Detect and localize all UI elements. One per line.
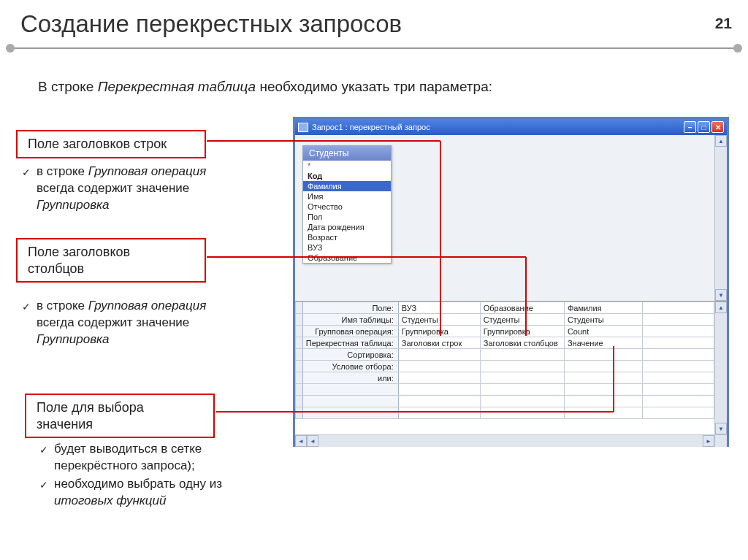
row-selector[interactable] <box>296 384 303 396</box>
grid-cell[interactable] <box>398 372 480 384</box>
grid-cell[interactable]: Count <box>564 326 642 337</box>
grid-cell[interactable]: Студенты <box>564 314 642 326</box>
tables-pane: Студенты *КодФамилияИмяОтчествоПолДата р… <box>295 135 727 302</box>
grid-cell[interactable] <box>480 384 564 396</box>
grid-cell-empty[interactable] <box>642 337 714 349</box>
field-item[interactable]: Отчество <box>303 202 391 212</box>
grid-row-label <box>302 396 398 407</box>
title-divider <box>6 47 742 49</box>
grid-cell[interactable] <box>480 349 564 361</box>
grid-cell[interactable]: Заголовки строк <box>398 337 480 349</box>
grid-row-label: или: <box>302 372 398 384</box>
field-item[interactable]: ВУЗ <box>303 242 391 253</box>
field-item[interactable]: Код <box>303 171 391 181</box>
grid-row-label <box>302 384 398 396</box>
bullet-cols-note: ✓ в строке Групповая операция всегда сод… <box>22 298 270 350</box>
grid-cell-empty[interactable] <box>642 361 714 372</box>
row-selector[interactable] <box>296 372 303 384</box>
grid-cell[interactable] <box>564 384 642 396</box>
row-selector[interactable] <box>296 396 303 407</box>
grid-cell[interactable] <box>564 361 642 372</box>
minimize-button[interactable]: – <box>684 121 696 133</box>
grid-cell[interactable]: Значение <box>564 337 642 349</box>
scroll-down-icon[interactable]: ▼ <box>715 289 727 301</box>
window-titlebar[interactable]: Запрос1 : перекрестный запрос – □ ✕ <box>295 119 727 135</box>
row-selector[interactable] <box>296 326 303 337</box>
scroll-down-icon[interactable]: ▼ <box>715 423 727 434</box>
grid-cell[interactable] <box>398 361 480 372</box>
scroll-right-icon[interactable]: ► <box>703 435 714 447</box>
row-selector[interactable] <box>296 337 303 349</box>
design-grid-pane: Поле:ВУЗОбразованиеФамилияИмя таблицы:Ст… <box>295 302 727 447</box>
slide-title: Создание перекрестных запросов <box>20 10 402 38</box>
grid-cell[interactable] <box>564 396 642 407</box>
close-button[interactable]: ✕ <box>711 121 724 133</box>
field-item[interactable]: Образование <box>303 253 391 263</box>
table-card-students[interactable]: Студенты *КодФамилияИмяОтчествоПолДата р… <box>302 145 392 264</box>
grid-row-label: Сортировка: <box>302 349 398 361</box>
grid-cell-empty[interactable] <box>642 326 714 337</box>
grid-cell[interactable] <box>398 396 480 407</box>
subtitle-tail: необходимо указать три параметра: <box>259 79 492 94</box>
callout-value-field: Поле для выбора значения <box>25 394 215 438</box>
check-icon: ✓ <box>22 166 31 180</box>
grid-cell[interactable] <box>398 384 480 396</box>
grid-cell[interactable] <box>480 361 564 372</box>
grid-cell[interactable] <box>398 407 480 419</box>
check-icon: ✓ <box>39 478 48 492</box>
grid-cell-empty[interactable] <box>642 302 714 314</box>
grid-cell[interactable]: Образование <box>480 302 564 314</box>
row-selector[interactable] <box>296 407 303 419</box>
callout-value-l2: значения <box>37 417 93 431</box>
grid-cell-empty[interactable] <box>642 314 714 326</box>
grid-cell[interactable]: Группировка <box>480 326 564 337</box>
grid-cell[interactable]: Группировка <box>398 326 480 337</box>
field-item[interactable]: * <box>303 161 391 171</box>
grid-row-label: Групповая операция: <box>302 326 398 337</box>
grid-cell-empty[interactable] <box>642 384 714 396</box>
upper-vertical-scrollbar[interactable]: ▲ ▼ <box>714 135 727 301</box>
grid-cell[interactable]: Студенты <box>480 314 564 326</box>
grid-cell[interactable] <box>480 407 564 419</box>
field-item[interactable]: Фамилия <box>303 181 391 191</box>
callout-col-headers: Поле заголовков столбцов <box>16 238 206 283</box>
grid-cell[interactable]: Фамилия <box>564 302 642 314</box>
bullet-rows-note: ✓ в строке Групповая операция всегда сод… <box>22 164 270 215</box>
grid-cell[interactable] <box>480 372 564 384</box>
grid-cell[interactable] <box>564 407 642 419</box>
grid-cell[interactable] <box>564 349 642 361</box>
check-icon: ✓ <box>22 300 31 314</box>
bullet-value-notes: ✓ будет выводиться в сетке перекрёстного… <box>39 441 302 511</box>
scroll-left-icon[interactable]: ◄ <box>295 435 307 447</box>
grid-cell-empty[interactable] <box>642 396 714 407</box>
grid-cell[interactable]: Студенты <box>398 314 480 326</box>
lower-vertical-scrollbar[interactable]: ▲ ▼ <box>714 302 727 434</box>
callout-col-headers-l1: Поле заголовков <box>28 245 130 259</box>
scroll-up-icon[interactable]: ▲ <box>715 135 727 147</box>
slide: Создание перекрестных запросов 21 В стро… <box>0 0 748 560</box>
grid-row-label: Условие отбора: <box>302 361 398 372</box>
scroll-up-icon[interactable]: ▲ <box>715 302 727 313</box>
design-grid[interactable]: Поле:ВУЗОбразованиеФамилияИмя таблицы:Ст… <box>295 302 714 419</box>
row-selector[interactable] <box>296 302 303 314</box>
field-item[interactable]: Имя <box>303 191 391 202</box>
grid-cell[interactable] <box>480 396 564 407</box>
field-list[interactable]: *КодФамилияИмяОтчествоПолДата рожденияВо… <box>303 161 391 263</box>
row-selector[interactable] <box>296 314 303 326</box>
grid-cell[interactable]: Заголовки столбцов <box>480 337 564 349</box>
field-item[interactable]: Пол <box>303 212 391 222</box>
row-selector[interactable] <box>296 361 303 372</box>
maximize-button[interactable]: □ <box>698 121 710 133</box>
grid-cell[interactable] <box>564 372 642 384</box>
scroll-step-icon[interactable]: ◄ <box>307 435 318 447</box>
grid-cell[interactable]: ВУЗ <box>398 302 480 314</box>
grid-cell-empty[interactable] <box>642 372 714 384</box>
field-item[interactable]: Дата рождения <box>303 222 391 232</box>
lower-horizontal-scrollbar[interactable]: ◄ ◄ ► <box>295 434 714 447</box>
grid-cell[interactable] <box>398 349 480 361</box>
grid-cell-empty[interactable] <box>642 407 714 419</box>
row-selector[interactable] <box>296 349 303 361</box>
table-card-header[interactable]: Студенты <box>303 146 391 161</box>
field-item[interactable]: Возраст <box>303 232 391 242</box>
grid-cell-empty[interactable] <box>642 349 714 361</box>
